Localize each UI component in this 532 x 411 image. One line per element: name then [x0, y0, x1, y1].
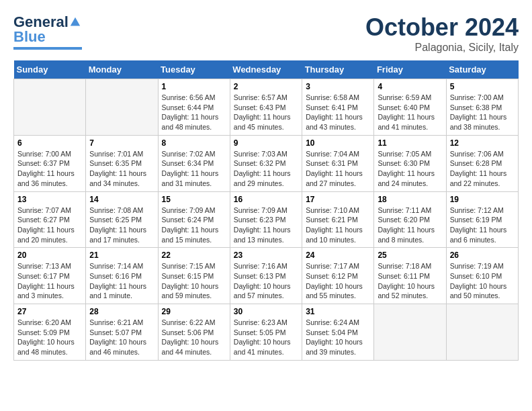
- logo-underline: [13, 47, 82, 50]
- page-header: General Blue October 2024 Palagonia, Sic…: [13, 13, 519, 54]
- day-number: 9: [234, 138, 298, 148]
- day-cell: 23Sunrise: 7:16 AMSunset: 6:13 PMDayligh…: [230, 248, 302, 304]
- day-cell: 31Sunrise: 6:24 AMSunset: 5:04 PMDayligh…: [302, 304, 374, 361]
- week-row-2: 6Sunrise: 7:00 AMSunset: 6:37 PMDaylight…: [14, 135, 519, 191]
- day-number: 18: [378, 195, 442, 204]
- day-cell: 1Sunrise: 6:56 AMSunset: 6:44 PMDaylight…: [158, 79, 230, 136]
- logo-blue: Blue: [13, 28, 46, 46]
- col-header-tuesday: Tuesday: [158, 60, 230, 79]
- day-cell: 8Sunrise: 7:02 AMSunset: 6:34 PMDaylight…: [158, 135, 230, 191]
- day-number: 28: [89, 307, 154, 316]
- day-number: 19: [450, 195, 515, 204]
- day-number: 17: [306, 195, 370, 204]
- day-number: 27: [17, 307, 82, 316]
- month-title: October 2024: [365, 13, 519, 42]
- day-cell: 6Sunrise: 7:00 AMSunset: 6:37 PMDaylight…: [14, 135, 86, 191]
- week-row-5: 27Sunrise: 6:20 AMSunset: 5:09 PMDayligh…: [14, 304, 519, 361]
- day-detail: Sunrise: 7:12 AMSunset: 6:19 PMDaylight:…: [450, 205, 515, 245]
- day-detail: Sunrise: 7:02 AMSunset: 6:34 PMDaylight:…: [162, 149, 226, 189]
- day-cell: 21Sunrise: 7:14 AMSunset: 6:16 PMDayligh…: [86, 248, 158, 304]
- day-cell: 29Sunrise: 6:22 AMSunset: 5:06 PMDayligh…: [158, 304, 230, 361]
- day-number: 25: [378, 250, 442, 260]
- day-detail: Sunrise: 7:10 AMSunset: 6:21 PMDaylight:…: [306, 205, 370, 245]
- day-detail: Sunrise: 7:03 AMSunset: 6:32 PMDaylight:…: [234, 149, 298, 189]
- day-cell: 16Sunrise: 7:09 AMSunset: 6:23 PMDayligh…: [230, 191, 302, 248]
- day-cell: 3Sunrise: 6:58 AMSunset: 6:41 PMDaylight…: [302, 79, 374, 136]
- day-detail: Sunrise: 6:56 AMSunset: 6:44 PMDaylight:…: [162, 93, 226, 132]
- day-detail: Sunrise: 7:11 AMSunset: 6:20 PMDaylight:…: [378, 205, 442, 245]
- day-detail: Sunrise: 7:09 AMSunset: 6:23 PMDaylight:…: [234, 205, 298, 245]
- day-number: 6: [17, 138, 82, 148]
- col-header-saturday: Saturday: [446, 60, 518, 79]
- day-cell: 15Sunrise: 7:09 AMSunset: 6:24 PMDayligh…: [158, 191, 230, 248]
- day-detail: Sunrise: 6:22 AMSunset: 5:06 PMDaylight:…: [162, 318, 226, 357]
- day-number: 7: [89, 138, 154, 148]
- day-detail: Sunrise: 6:20 AMSunset: 5:09 PMDaylight:…: [17, 318, 82, 357]
- day-number: 22: [162, 250, 226, 260]
- day-detail: Sunrise: 7:05 AMSunset: 6:30 PMDaylight:…: [378, 149, 442, 189]
- day-detail: Sunrise: 7:08 AMSunset: 6:25 PMDaylight:…: [89, 205, 154, 245]
- day-detail: Sunrise: 7:07 AMSunset: 6:27 PMDaylight:…: [17, 205, 82, 245]
- day-number: 30: [234, 307, 298, 316]
- day-cell: 2Sunrise: 6:57 AMSunset: 6:43 PMDaylight…: [230, 79, 302, 136]
- day-cell: 24Sunrise: 7:17 AMSunset: 6:12 PMDayligh…: [302, 248, 374, 304]
- day-cell: 30Sunrise: 6:23 AMSunset: 5:05 PMDayligh…: [230, 304, 302, 361]
- day-number: 10: [306, 138, 370, 148]
- day-detail: Sunrise: 7:09 AMSunset: 6:24 PMDaylight:…: [162, 205, 226, 245]
- day-number: 26: [450, 250, 515, 260]
- col-header-sunday: Sunday: [14, 60, 86, 79]
- day-number: 23: [234, 250, 298, 260]
- day-cell: 19Sunrise: 7:12 AMSunset: 6:19 PMDayligh…: [446, 191, 518, 248]
- day-cell: [374, 304, 446, 361]
- day-detail: Sunrise: 7:14 AMSunset: 6:16 PMDaylight:…: [89, 261, 154, 301]
- day-detail: Sunrise: 7:17 AMSunset: 6:12 PMDaylight:…: [306, 261, 370, 301]
- day-detail: Sunrise: 7:01 AMSunset: 6:35 PMDaylight:…: [89, 149, 154, 189]
- col-header-wednesday: Wednesday: [230, 60, 302, 79]
- day-number: 20: [17, 250, 82, 260]
- day-detail: Sunrise: 7:06 AMSunset: 6:28 PMDaylight:…: [450, 149, 515, 189]
- day-cell: 20Sunrise: 7:13 AMSunset: 6:17 PMDayligh…: [14, 248, 86, 304]
- day-detail: Sunrise: 7:00 AMSunset: 6:38 PMDaylight:…: [450, 93, 515, 132]
- day-cell: 22Sunrise: 7:15 AMSunset: 6:15 PMDayligh…: [158, 248, 230, 304]
- day-number: 12: [450, 138, 515, 148]
- day-cell: [86, 79, 158, 136]
- day-number: 24: [306, 250, 370, 260]
- day-cell: [446, 304, 518, 361]
- day-cell: 25Sunrise: 7:18 AMSunset: 6:11 PMDayligh…: [374, 248, 446, 304]
- day-number: 1: [162, 82, 226, 91]
- week-row-3: 13Sunrise: 7:07 AMSunset: 6:27 PMDayligh…: [14, 191, 519, 248]
- day-number: 2: [234, 82, 298, 91]
- day-number: 4: [378, 82, 442, 91]
- col-header-friday: Friday: [374, 60, 446, 79]
- day-detail: Sunrise: 6:23 AMSunset: 5:05 PMDaylight:…: [234, 318, 298, 357]
- day-detail: Sunrise: 7:15 AMSunset: 6:15 PMDaylight:…: [162, 261, 226, 301]
- day-detail: Sunrise: 6:59 AMSunset: 6:40 PMDaylight:…: [378, 93, 442, 132]
- day-cell: 5Sunrise: 7:00 AMSunset: 6:38 PMDaylight…: [446, 79, 518, 136]
- day-detail: Sunrise: 6:57 AMSunset: 6:43 PMDaylight:…: [234, 93, 298, 132]
- day-cell: 27Sunrise: 6:20 AMSunset: 5:09 PMDayligh…: [14, 304, 86, 361]
- day-number: 8: [162, 138, 226, 148]
- day-number: 5: [450, 82, 515, 91]
- col-header-monday: Monday: [86, 60, 158, 79]
- day-cell: 18Sunrise: 7:11 AMSunset: 6:20 PMDayligh…: [374, 191, 446, 248]
- day-detail: Sunrise: 7:19 AMSunset: 6:10 PMDaylight:…: [450, 261, 515, 301]
- col-header-thursday: Thursday: [302, 60, 374, 79]
- calendar-table: SundayMondayTuesdayWednesdayThursdayFrid…: [13, 60, 519, 361]
- svg-marker-0: [71, 17, 80, 26]
- day-cell: [14, 79, 86, 136]
- day-detail: Sunrise: 7:18 AMSunset: 6:11 PMDaylight:…: [378, 261, 442, 301]
- day-number: 31: [306, 307, 370, 316]
- day-cell: 9Sunrise: 7:03 AMSunset: 6:32 PMDaylight…: [230, 135, 302, 191]
- day-number: 21: [89, 250, 154, 260]
- day-cell: 14Sunrise: 7:08 AMSunset: 6:25 PMDayligh…: [86, 191, 158, 248]
- week-row-4: 20Sunrise: 7:13 AMSunset: 6:17 PMDayligh…: [14, 248, 519, 304]
- day-number: 11: [378, 138, 442, 148]
- day-detail: Sunrise: 7:00 AMSunset: 6:37 PMDaylight:…: [17, 149, 82, 189]
- day-number: 13: [17, 195, 82, 204]
- day-number: 3: [306, 82, 370, 91]
- day-detail: Sunrise: 7:13 AMSunset: 6:17 PMDaylight:…: [17, 261, 82, 301]
- day-detail: Sunrise: 7:16 AMSunset: 6:13 PMDaylight:…: [234, 261, 298, 301]
- day-cell: 11Sunrise: 7:05 AMSunset: 6:30 PMDayligh…: [374, 135, 446, 191]
- day-number: 15: [162, 195, 226, 204]
- header-row: SundayMondayTuesdayWednesdayThursdayFrid…: [14, 60, 519, 79]
